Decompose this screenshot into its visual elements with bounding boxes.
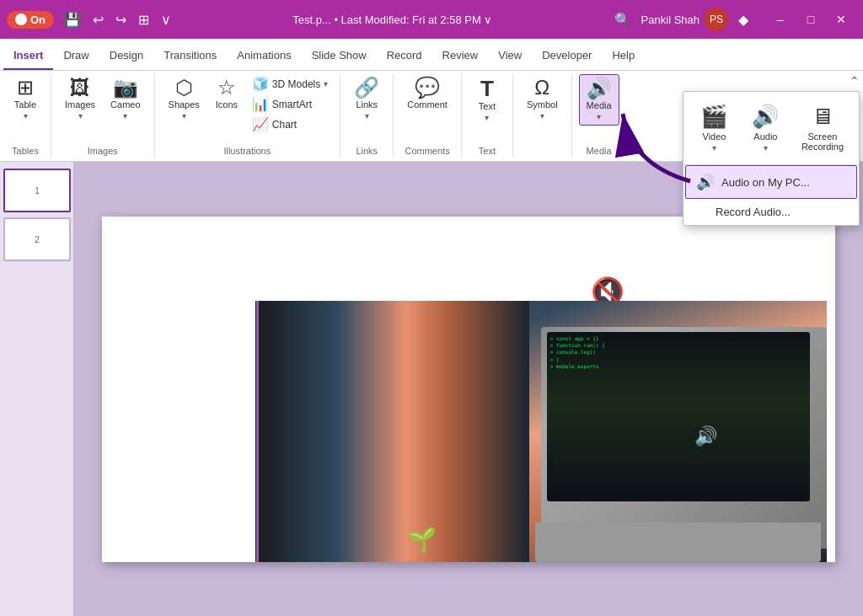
tab-view[interactable]: View: [488, 42, 532, 70]
cameo-icon: 📷: [113, 78, 138, 98]
tab-insert[interactable]: Insert: [3, 42, 53, 70]
media-button[interactable]: 🔊 Media ▾: [579, 74, 619, 126]
title-bar-icons: 💾 ↩ ↪ ⊞ ∨: [61, 10, 174, 29]
images-icon: 🖼: [70, 78, 90, 98]
audio-icon: 🔊: [752, 104, 779, 130]
tab-help[interactable]: Help: [602, 42, 645, 70]
screen-recording-label: Screen Recording: [801, 131, 844, 152]
links-icon: 🔗: [354, 78, 379, 98]
slide-image: > const app = {}> function run() {> cons…: [255, 301, 827, 562]
tab-slideshow[interactable]: Slide Show: [302, 42, 377, 70]
slide-selector-border: [256, 301, 259, 562]
group-tables: ⊞ Table ▾ Tables: [0, 74, 51, 158]
slide-image-speaker: 🔊: [694, 426, 717, 447]
slide-thumb-2-label: 2: [35, 235, 40, 244]
tab-draw[interactable]: Draw: [53, 42, 99, 70]
shapes-chevron: ▾: [182, 111, 186, 121]
icons-icon: ☆: [217, 78, 236, 98]
record-audio-button[interactable]: Record Audio...: [683, 199, 859, 225]
illustrations-group-label: Illustrations: [224, 146, 271, 156]
table-label: Table: [14, 99, 36, 110]
video-chevron: ▾: [712, 143, 716, 153]
links-button[interactable]: 🔗 Links ▾: [347, 74, 386, 124]
table-icon: ⊞: [17, 78, 34, 98]
slide-canvas[interactable]: 🔇 > const app = {}> function run() {> co…: [102, 217, 835, 562]
toggle-label: On: [30, 13, 46, 26]
cameo-chevron: ▾: [123, 111, 127, 121]
links-chevron: ▾: [365, 111, 369, 121]
comment-icon: 💬: [415, 78, 440, 98]
redo-icon[interactable]: ↪: [112, 10, 130, 29]
group-media: 🔊 Media ▾ Media: [572, 74, 626, 158]
canvas-area: 🔇 > const app = {}> function run() {> co…: [74, 162, 863, 616]
tab-record[interactable]: Record: [377, 42, 432, 70]
tab-animations[interactable]: Animations: [227, 42, 301, 70]
toggle-on-button[interactable]: On: [7, 11, 54, 29]
tab-design[interactable]: Design: [99, 42, 153, 70]
text-icon: T: [480, 78, 494, 99]
save-icon[interactable]: 💾: [61, 10, 84, 29]
links-group-label: Links: [356, 146, 378, 156]
3dmodels-icon: 🧊: [252, 76, 269, 92]
record-audio-label: Record Audio...: [716, 206, 791, 218]
collapse-ribbon-button[interactable]: ⌃: [850, 74, 860, 88]
text-group-label: Text: [479, 146, 496, 156]
images-chevron: ▾: [78, 111, 83, 121]
chart-button[interactable]: 📈 Chart: [247, 115, 333, 134]
tab-review[interactable]: Review: [432, 42, 489, 70]
audio-on-pc-label: Audio on My PC...: [721, 176, 810, 189]
maximize-button[interactable]: □: [796, 7, 826, 32]
close-button[interactable]: ✕: [826, 7, 856, 32]
table-chevron: ▾: [24, 111, 28, 121]
comments-group-label: Comments: [405, 146, 449, 156]
chart-icon: 📈: [252, 116, 269, 132]
group-illustrations: ⬡ Shapes ▾ ☆ Icons 🧊 3D Models ▾ 📊 Smart…: [155, 74, 341, 158]
plant-decoration: 🌱: [407, 526, 437, 554]
video-button[interactable]: 🎬 Video ▾: [690, 99, 738, 158]
smartart-button[interactable]: 📊 SmartArt: [247, 94, 333, 114]
slide-thumb-1-label: 1: [35, 186, 40, 196]
audio-on-pc-button[interactable]: 🔊 Audio on My PC...: [685, 165, 857, 199]
tab-transitions[interactable]: Transitions: [153, 42, 227, 70]
3dmodels-button[interactable]: 🧊 3D Models ▾: [247, 74, 333, 94]
shapes-button[interactable]: ⬡ Shapes ▾: [162, 74, 206, 124]
symbol-button[interactable]: Ω Symbol ▾: [520, 74, 565, 124]
user-info: Pankil Shah PS: [641, 8, 728, 31]
slide-thumb-2[interactable]: 2: [3, 217, 71, 261]
title-text: Test.p... • Last Modified: Fri at 2:58 P…: [181, 13, 604, 26]
window-controls: – □ ✕: [765, 7, 856, 32]
smartart-icon: 📊: [252, 96, 269, 112]
avatar: PS: [705, 8, 728, 31]
screen-recording-button[interactable]: 🖥 Screen Recording: [793, 99, 852, 158]
main-area: 1 2 🔇 > const app = {}> function run() {…: [0, 162, 863, 616]
cameo-button[interactable]: 📷 Cameo ▾: [104, 74, 147, 124]
ribbon-tabs: Insert Draw Design Transitions Animation…: [0, 39, 863, 71]
brand-icon[interactable]: ◆: [735, 10, 752, 29]
text-button[interactable]: T Text ▾: [469, 74, 506, 126]
screen-recording-icon: 🖥: [812, 104, 834, 130]
search-icon[interactable]: 🔍: [611, 10, 635, 29]
group-comments: 💬 Comment Comments: [394, 74, 462, 158]
images-group-label: Images: [88, 146, 118, 156]
undo-icon[interactable]: ↩: [89, 10, 107, 29]
3dmodels-chevron: ▾: [324, 79, 328, 88]
audio-button[interactable]: 🔊 Audio ▾: [742, 99, 790, 158]
media-chevron: ▾: [597, 112, 601, 121]
dropdown-icon[interactable]: ∨: [158, 10, 174, 29]
group-text: T Text ▾ Text: [462, 74, 513, 158]
shapes-icon: ⬡: [175, 78, 193, 98]
layout-icon[interactable]: ⊞: [135, 10, 153, 29]
symbol-chevron: ▾: [540, 111, 544, 121]
audio-chevron: ▾: [764, 143, 768, 153]
user-name: Pankil Shah: [641, 13, 700, 26]
comment-button[interactable]: 💬 Comment: [400, 74, 454, 113]
images-button[interactable]: 🖼 Images ▾: [58, 74, 102, 124]
icons-button[interactable]: ☆ Icons: [208, 74, 245, 113]
tab-developer[interactable]: Developer: [532, 42, 602, 70]
table-button[interactable]: ⊞ Table ▾: [7, 74, 44, 124]
minimize-button[interactable]: –: [765, 7, 796, 32]
slide-thumb-1[interactable]: 1: [3, 169, 71, 212]
video-icon: 🎬: [700, 104, 727, 130]
media-dropdown-top: 🎬 Video ▾ 🔊 Audio ▾ 🖥 Screen Recording: [683, 92, 859, 165]
illustrations-col: 🧊 3D Models ▾ 📊 SmartArt 📈 Chart: [247, 74, 333, 149]
